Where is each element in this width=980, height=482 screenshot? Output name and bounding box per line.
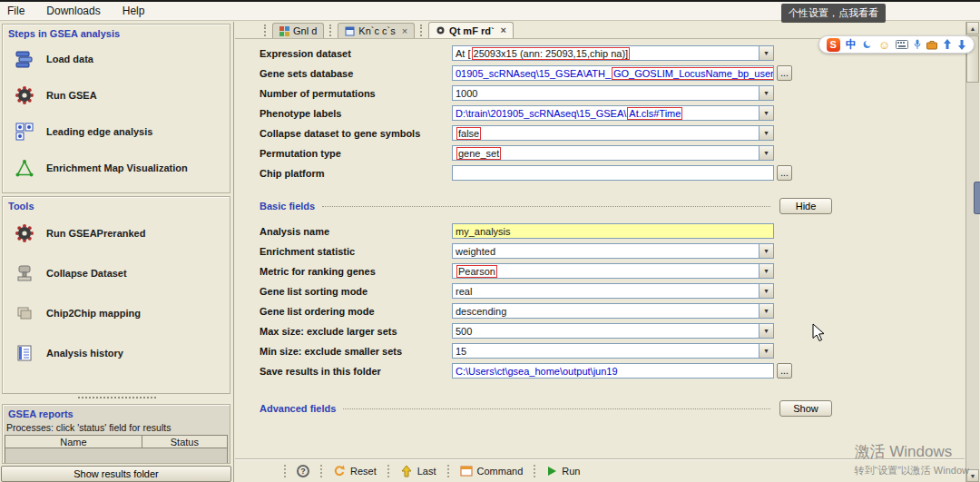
gene-list-sorting-mode-field[interactable]: real ▼: [452, 283, 774, 299]
sidebar-item-label: Load data: [46, 54, 93, 64]
chip-platform-field[interactable]: [452, 165, 774, 181]
sidebar-item-run-gsea[interactable]: Run GSEA: [3, 77, 230, 113]
number-of-permutations-field[interactable]: 1000 ▼: [452, 85, 774, 101]
browse-button[interactable]: ...: [777, 363, 792, 379]
download-arrow-icon[interactable]: [957, 39, 966, 50]
toolbox-icon[interactable]: [926, 40, 937, 50]
sidebar-item-analysis-history[interactable]: Analysis history: [3, 333, 230, 373]
phenotype-labels-field[interactable]: D:\train\201905_scRNAseq\15_GSEA\At.cls#…: [452, 105, 774, 121]
form-row: Collapse dataset to gene symbols false ▼: [260, 125, 965, 141]
chevron-down-icon[interactable]: ▼: [759, 304, 773, 318]
menu-file[interactable]: File: [7, 5, 24, 17]
field-label: Expression dataset: [260, 48, 452, 59]
chevron-down-icon[interactable]: ▼: [759, 146, 773, 160]
vertical-scrollbar[interactable]: ▲ ▼: [965, 22, 979, 482]
keyboard-icon[interactable]: [896, 40, 908, 49]
save-results-folder-field[interactable]: C:\Users\ct\gsea_home\output\jun19: [452, 363, 774, 379]
tab-1[interactable]: Gnl d: [272, 23, 324, 38]
sidebar-item-run-gsea-preranked[interactable]: Run GSEAPreranked: [3, 213, 230, 253]
gene-sets-database-field[interactable]: 01905_scRNAseq\15_GSEA\ATH_GO_GOSLIM_Loc…: [452, 65, 774, 81]
min-size-field[interactable]: 15 ▼: [452, 343, 774, 359]
tab-3-active[interactable]: Qt mF rd` ×: [428, 22, 514, 38]
side-panel-grip[interactable]: [974, 182, 980, 214]
sidebar-item-load-data[interactable]: Load data: [3, 41, 230, 77]
chevron-down-icon[interactable]: ▼: [759, 344, 773, 358]
field-label: Number of permutations: [260, 88, 452, 99]
permutation-type-field[interactable]: gene_set ▼: [452, 145, 774, 161]
help-button[interactable]: ?: [297, 465, 309, 477]
run-gsea-form: Expression dataset At [25093x15 (ann: 25…: [235, 39, 965, 417]
browse-button[interactable]: ...: [777, 65, 792, 81]
form-row: Min size: exclude smaller sets 15 ▼: [260, 343, 965, 359]
collapse-dataset-icon: [14, 262, 35, 284]
chevron-down-icon[interactable]: ▼: [759, 264, 773, 278]
enrichment-statistic-field[interactable]: weighted ▼: [452, 243, 774, 259]
hide-basic-fields-button[interactable]: Hide: [779, 198, 832, 214]
scroll-up-icon: ▲: [970, 25, 976, 32]
collapse-dataset-field[interactable]: false ▼: [452, 125, 774, 141]
field-label: Phenotype labels: [260, 108, 452, 119]
show-results-folder-button[interactable]: Show results folder: [1, 466, 231, 482]
scroll-up-button[interactable]: ▲: [966, 22, 979, 34]
form-row: Gene list ordering mode descending ▼: [260, 303, 965, 319]
show-advanced-fields-button[interactable]: Show: [779, 400, 832, 417]
command-label: Command: [477, 466, 524, 477]
advanced-fields-section-header: Advanced fields Show: [260, 400, 832, 417]
sidebar-item-label: Enrichment Map Visualization: [46, 162, 188, 173]
sidebar-item-enrichment-map[interactable]: Enrichment Map Visualization: [3, 150, 230, 186]
metric-for-ranking-genes-field[interactable]: Pearson ▼: [452, 263, 774, 279]
expression-dataset-field[interactable]: At [25093x15 (ann: 25093,15,chip na)] ▼: [452, 45, 774, 61]
field-value: descending: [453, 306, 509, 317]
sidebar-item-chip2chip[interactable]: Chip2Chip mapping: [3, 293, 230, 333]
red-highlight-box: false: [456, 127, 481, 140]
sidebar-item-collapse-dataset[interactable]: Collapse Dataset: [3, 253, 230, 293]
chevron-down-icon[interactable]: ▼: [759, 46, 773, 60]
command-button[interactable]: Command: [460, 465, 524, 477]
close-icon[interactable]: ×: [501, 25, 506, 35]
gene-list-ordering-mode-field[interactable]: descending ▼: [452, 303, 774, 319]
column-header-status[interactable]: Status: [142, 435, 228, 448]
last-settings-icon: [400, 465, 413, 477]
tab-2[interactable]: Kn`c c`s ×: [338, 23, 415, 38]
chevron-down-icon[interactable]: ▼: [759, 86, 773, 100]
reset-icon: [333, 465, 346, 477]
browse-button[interactable]: ...: [777, 165, 792, 181]
menu-help[interactable]: Help: [122, 5, 145, 17]
panel-resize-grip[interactable]: [78, 397, 156, 398]
chevron-down-icon[interactable]: ▼: [759, 284, 773, 298]
run-button[interactable]: Run: [546, 466, 580, 477]
mic-icon[interactable]: [914, 39, 921, 50]
chevron-down-icon[interactable]: ▼: [759, 324, 773, 338]
field-value: my_analysis: [453, 226, 514, 237]
menu-downloads[interactable]: Downloads: [46, 5, 100, 17]
analysis-history-icon: [14, 342, 35, 364]
chevron-down-icon[interactable]: ▼: [759, 106, 773, 120]
toolbar-grip: [420, 25, 423, 36]
tab-1-icon: [279, 26, 289, 36]
max-size-field[interactable]: 500 ▼: [452, 323, 774, 339]
analysis-name-field[interactable]: my_analysis: [452, 223, 774, 239]
field-label: Gene list ordering mode: [260, 306, 452, 317]
upload-arrow-icon[interactable]: [943, 39, 952, 50]
night-mode-icon[interactable]: [862, 39, 873, 50]
reset-button[interactable]: Reset: [333, 465, 377, 477]
emoji-icon[interactable]: ☺: [878, 39, 890, 51]
chinese-mode-icon[interactable]: 中: [846, 37, 857, 53]
last-button[interactable]: Last: [400, 465, 436, 477]
tab-3-icon: [436, 25, 446, 35]
chevron-down-icon[interactable]: ▼: [759, 244, 773, 258]
watermark-line2: 转到“设置”以激活 Window: [854, 464, 969, 477]
sogou-logo-icon[interactable]: S: [827, 38, 840, 52]
field-label: Enrichment statistic: [260, 246, 452, 257]
close-icon[interactable]: ×: [402, 26, 407, 36]
column-header-name[interactable]: Name: [5, 435, 142, 448]
toolbar-separator: [284, 465, 286, 477]
chevron-down-icon[interactable]: ▼: [759, 126, 773, 140]
gsea-reports-panel: GSEA reports Processes: click 'status' f…: [2, 404, 230, 464]
sidebar-item-leading-edge[interactable]: Leading edge analysis: [3, 113, 230, 150]
field-label: Min size: exclude smaller sets: [260, 346, 452, 357]
gsea-preranked-gear-icon: [14, 222, 35, 244]
field-label: Gene sets database: [260, 68, 452, 79]
activate-windows-watermark: 激活 Windows 转到“设置”以激活 Window: [854, 441, 969, 477]
field-label: Metric for ranking genes: [260, 266, 452, 277]
